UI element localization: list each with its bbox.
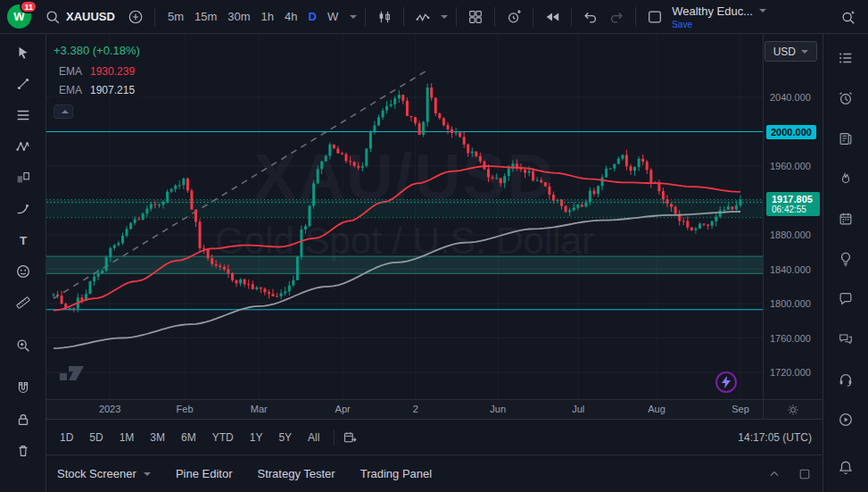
sidebar-support-button[interactable] [829, 363, 863, 396]
sidebar-alerts-button[interactable] [829, 81, 863, 115]
interval-d[interactable]: D [304, 6, 321, 27]
interval-w[interactable]: W [323, 6, 343, 27]
bar-replay-icon[interactable] [541, 6, 563, 28]
ruler-icon [15, 295, 31, 311]
alerts-icon [838, 90, 854, 106]
tab-stock-screener[interactable]: Stock Screener [57, 467, 151, 480]
conversations-icon [838, 331, 854, 347]
last-price-badge: 1917.80506:42:55 [766, 192, 820, 216]
spark-badge-icon[interactable] [715, 371, 737, 393]
emoji-tool[interactable] [7, 256, 39, 287]
sidebar-news-button[interactable] [829, 121, 863, 155]
time-axis-label: Sep [732, 404, 749, 414]
save-button[interactable]: Save [672, 20, 766, 29]
panel-maximize-icon[interactable] [798, 467, 812, 481]
sidebar-ideas-button[interactable] [829, 242, 863, 276]
range-1d[interactable]: 1D [54, 428, 79, 447]
currency-selector[interactable]: USD [765, 41, 817, 62]
projection-icon [15, 170, 31, 186]
range-6m[interactable]: 6M [175, 428, 203, 447]
time-axis[interactable]: 2023FebMarApr2JunJulAugSep [46, 399, 823, 419]
candlestick-chart[interactable] [46, 34, 763, 399]
xabcd-pattern-tool[interactable] [7, 131, 39, 162]
layout-name: Wealthy Educ... [672, 4, 753, 18]
range-all[interactable]: All [302, 428, 326, 447]
lock-tool[interactable] [7, 404, 39, 435]
zoom-in-tool[interactable] [7, 330, 39, 361]
range-5d[interactable]: 5D [83, 428, 109, 447]
ema-fast-label: EMA [59, 65, 82, 78]
chevron-down-icon [144, 472, 151, 476]
interval-1h[interactable]: 1h [257, 6, 278, 27]
chart-pane[interactable]: XAU/USD Gold Spot / U.S. Dollar +3.380 (… [46, 34, 823, 399]
axis-settings[interactable] [763, 400, 823, 420]
text-tool[interactable]: T [7, 225, 39, 255]
fib-retracement-tool[interactable] [7, 100, 39, 130]
layout-menu[interactable]: Wealthy Educ... Save [672, 4, 766, 29]
quick-search-icon[interactable] [838, 6, 859, 28]
gear-icon[interactable] [786, 403, 800, 417]
range-3m[interactable]: 3M [144, 428, 171, 447]
tab-trading-panel[interactable]: Trading Panel [360, 467, 432, 480]
indicators-dropdown-icon[interactable] [441, 15, 448, 19]
indicators-icon[interactable] [412, 6, 434, 28]
panel-expand-icon[interactable] [767, 467, 781, 481]
time-axis-label: Apr [335, 404, 351, 414]
symbol-search-button[interactable]: XAUUSD [39, 5, 120, 29]
sidebar-streams-button[interactable] [829, 403, 863, 437]
xabcd-pattern-icon [15, 138, 31, 154]
price-axis-label: 1760.000 [770, 331, 811, 346]
user-menu-button[interactable]: W 11 [7, 4, 31, 29]
trend-line-tool[interactable] [7, 69, 39, 99]
remove-drawings-tool[interactable] [7, 436, 39, 466]
brush-tool[interactable] [7, 194, 39, 224]
undo-icon[interactable] [580, 6, 601, 28]
sidebar-conversations-button[interactable] [829, 322, 863, 356]
currency-value: USD [773, 46, 796, 58]
range-1y[interactable]: 1Y [244, 428, 269, 447]
hotlists-icon [838, 171, 854, 187]
timezone-clock[interactable]: 14:17:05 (UTC) [738, 431, 815, 444]
redo-icon[interactable] [606, 6, 627, 28]
chart-main: XAU/USD Gold Spot / U.S. Dollar +3.380 (… [46, 34, 823, 492]
chevron-down-icon [801, 50, 808, 54]
chart-style-icon[interactable] [374, 6, 395, 28]
interval-4h[interactable]: 4h [280, 6, 302, 27]
save-layout-icon[interactable] [644, 6, 665, 28]
range-1m[interactable]: 1M [113, 428, 141, 447]
sidebar-chat-button[interactable] [829, 282, 863, 316]
interval-15m[interactable]: 15m [190, 6, 221, 27]
projection-tool[interactable] [7, 163, 39, 193]
support-icon [838, 371, 854, 388]
collapse-legend-button[interactable] [54, 104, 73, 119]
notifications-icon [838, 460, 854, 476]
ema-slow-legend[interactable]: EMA 1907.215 [54, 82, 143, 98]
interval-switcher: 5m15m30m1h4hDW [163, 6, 343, 27]
cursor-tool[interactable] [7, 38, 39, 68]
time-axis-label: Jul [572, 404, 584, 414]
range-ytd[interactable]: YTD [206, 428, 240, 447]
tab-strategy-tester[interactable]: Strategy Tester [257, 467, 335, 480]
multichart-layout-icon[interactable] [465, 6, 486, 28]
price-axis[interactable]: 2040.0002000.0001960.0001880.0001840.000… [763, 34, 823, 399]
interval-30m[interactable]: 30m [223, 6, 254, 27]
sidebar-calendar-button[interactable] [829, 202, 863, 236]
magnet-icon [15, 380, 31, 396]
ruler-tool[interactable] [7, 288, 39, 318]
magnet-tool[interactable] [7, 373, 39, 404]
tab-pine-editor[interactable]: Pine Editor [176, 467, 233, 480]
tradingview-app: W 11 XAUUSD 5m15m30m1h4hDW Wealthy Educ.… [0, 0, 868, 492]
layout-dropdown-icon [759, 9, 766, 13]
ema-fast-legend[interactable]: EMA 1930.239 [54, 63, 143, 79]
range-5y[interactable]: 5Y [272, 428, 298, 447]
sidebar-notifications-button[interactable] [829, 451, 863, 485]
interval-5m[interactable]: 5m [163, 6, 188, 27]
create-alert-icon[interactable] [503, 6, 525, 28]
interval-dropdown-icon[interactable] [350, 15, 357, 19]
ema-slow-value: 1907.215 [90, 84, 135, 96]
sidebar-hotlists-button[interactable] [829, 162, 863, 196]
add-symbol-icon[interactable] [125, 6, 146, 28]
sidebar-watchlist-button[interactable] [829, 41, 863, 75]
remove-drawings-icon [15, 443, 31, 459]
goto-date-icon[interactable] [343, 430, 357, 445]
